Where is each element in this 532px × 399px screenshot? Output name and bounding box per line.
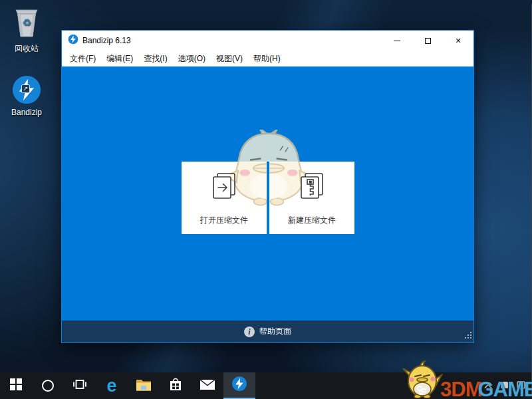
task-view-icon <box>72 379 87 392</box>
resize-grip[interactable] <box>464 331 472 341</box>
store-button[interactable] <box>160 372 192 399</box>
bandizip-taskbar-icon <box>231 376 247 394</box>
new-archive-label: 新建压缩文件 <box>269 215 354 226</box>
maximize-icon <box>425 38 431 44</box>
mail-button[interactable] <box>192 372 223 399</box>
window-title: Bandizip 6.13 <box>82 36 131 45</box>
mail-icon <box>200 379 215 393</box>
menu-file[interactable]: 文件(F) <box>65 51 101 66</box>
chevron-down-icon[interactable] <box>219 202 229 214</box>
menu-bar: 文件(F) 编辑(E) 查找(I) 选项(O) 视图(V) 帮助(H) <box>62 51 473 66</box>
open-archive-label: 打开压缩文件 <box>182 215 267 226</box>
recycle-bin-desktop-icon[interactable]: ♻ 回收站 <box>1 5 52 55</box>
bandizip-icon: ↗ <box>11 74 42 105</box>
recycle-bin-icon: ♻ <box>1 5 52 41</box>
minimize-button[interactable] <box>382 31 412 51</box>
file-explorer-icon <box>136 378 152 394</box>
help-page-button[interactable]: i 帮助页面 <box>62 321 473 342</box>
bandizip-taskbar-button[interactable] <box>223 372 255 399</box>
help-page-label: 帮助页面 <box>259 326 291 337</box>
recycle-bin-label: 回收站 <box>15 44 39 53</box>
task-view-button[interactable] <box>64 372 96 399</box>
new-archive-icon <box>296 170 328 205</box>
cortana-circle-icon <box>42 380 54 392</box>
edge-icon: e <box>106 377 116 395</box>
bandizip-shortcut-label: Bandizip <box>11 108 42 117</box>
tray-chevron-up-icon[interactable] <box>484 380 492 392</box>
open-archive-button[interactable]: 打开压缩文件 <box>182 162 267 234</box>
bandizip-titlebar-icon <box>68 34 78 47</box>
svg-text:♻: ♻ <box>22 17 31 28</box>
minimize-icon <box>394 41 400 41</box>
tray-icon-1[interactable] <box>500 380 509 392</box>
edge-button[interactable]: e <box>96 372 128 399</box>
info-icon: i <box>244 327 255 337</box>
maximize-button[interactable] <box>412 31 443 51</box>
menu-options[interactable]: 选项(O) <box>173 51 211 66</box>
system-tray[interactable] <box>484 372 525 399</box>
close-button[interactable]: ✕ <box>443 31 473 51</box>
start-button[interactable] <box>0 372 32 399</box>
tray-icon-2[interactable] <box>517 380 525 392</box>
menu-find[interactable]: 查找(I) <box>138 51 172 66</box>
menu-view[interactable]: 视图(V) <box>211 51 248 66</box>
menu-help[interactable]: 帮助(H) <box>248 51 286 66</box>
cortana-button[interactable] <box>32 372 64 399</box>
title-bar[interactable]: Bandizip 6.13 ✕ <box>62 31 473 51</box>
file-explorer-button[interactable] <box>128 372 160 399</box>
taskbar: e <box>0 372 532 399</box>
open-archive-icon <box>208 170 240 205</box>
new-archive-button[interactable]: 新建压缩文件 <box>269 162 354 234</box>
windows-logo-icon <box>10 378 22 393</box>
store-icon <box>169 377 182 394</box>
bandizip-window: Bandizip 6.13 ✕ 文件(F) 编辑(E) 查找(I) 选项(O) … <box>61 30 474 343</box>
menu-edit[interactable]: 编辑(E) <box>101 51 138 66</box>
bandizip-desktop-shortcut[interactable]: ↗ Bandizip <box>1 74 52 117</box>
shortcut-arrow-icon: ↗ <box>21 84 30 93</box>
